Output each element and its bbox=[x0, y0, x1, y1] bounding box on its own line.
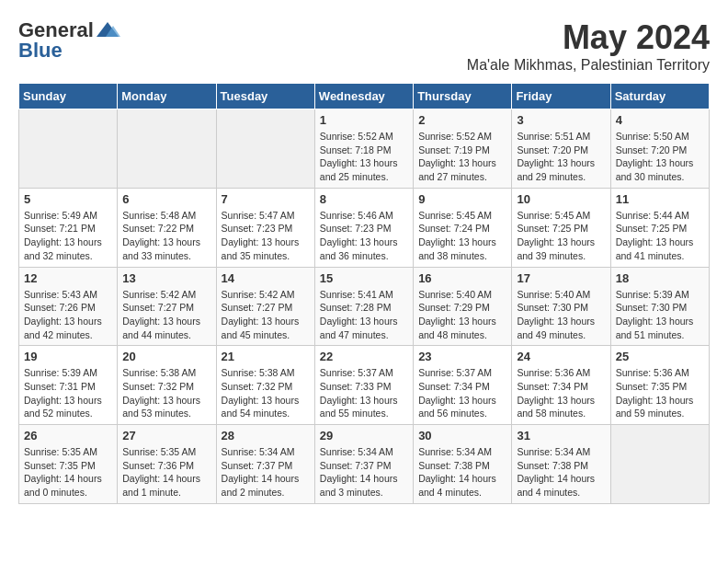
calendar-cell: 16Sunrise: 5:40 AMSunset: 7:29 PMDayligh… bbox=[414, 267, 512, 346]
calendar-cell: 12Sunrise: 5:43 AMSunset: 7:26 PMDayligh… bbox=[19, 267, 118, 346]
day-header-saturday: Saturday bbox=[610, 84, 709, 109]
calendar-cell: 26Sunrise: 5:35 AMSunset: 7:35 PMDayligh… bbox=[19, 425, 118, 504]
day-number: 19 bbox=[24, 350, 112, 363]
day-info: Sunrise: 5:37 AMSunset: 7:33 PMDaylight:… bbox=[320, 366, 408, 420]
calendar-cell: 2Sunrise: 5:52 AMSunset: 7:19 PMDaylight… bbox=[414, 109, 512, 189]
calendar-cell bbox=[118, 109, 216, 189]
day-info: Sunrise: 5:36 AMSunset: 7:34 PMDaylight:… bbox=[517, 366, 605, 420]
day-header-friday: Friday bbox=[512, 84, 610, 109]
day-info: Sunrise: 5:34 AMSunset: 7:37 PMDaylight:… bbox=[320, 445, 408, 500]
week-row-4: 19Sunrise: 5:39 AMSunset: 7:31 PMDayligh… bbox=[19, 346, 710, 425]
calendar-cell: 3Sunrise: 5:51 AMSunset: 7:20 PMDaylight… bbox=[512, 109, 610, 189]
day-number: 11 bbox=[616, 192, 704, 206]
day-number: 8 bbox=[320, 192, 408, 206]
day-info: Sunrise: 5:46 AMSunset: 7:23 PMDaylight:… bbox=[320, 209, 408, 263]
week-row-3: 12Sunrise: 5:43 AMSunset: 7:26 PMDayligh… bbox=[19, 267, 710, 346]
day-info: Sunrise: 5:49 AMSunset: 7:21 PMDaylight:… bbox=[24, 209, 112, 263]
day-header-thursday: Thursday bbox=[414, 84, 512, 109]
day-number: 27 bbox=[122, 429, 210, 442]
calendar-cell: 5Sunrise: 5:49 AMSunset: 7:21 PMDaylight… bbox=[19, 188, 118, 267]
day-number: 5 bbox=[24, 192, 112, 206]
calendar-cell bbox=[216, 109, 314, 189]
day-number: 3 bbox=[517, 113, 605, 127]
day-header-sunday: Sunday bbox=[19, 84, 118, 109]
calendar-cell: 8Sunrise: 5:46 AMSunset: 7:23 PMDaylight… bbox=[314, 188, 413, 267]
location-title: Ma'ale Mikhmas, Palestinian Territory bbox=[467, 57, 710, 74]
day-number: 21 bbox=[222, 350, 310, 363]
day-info: Sunrise: 5:51 AMSunset: 7:20 PMDaylight:… bbox=[517, 130, 605, 184]
calendar-cell: 11Sunrise: 5:44 AMSunset: 7:25 PMDayligh… bbox=[610, 188, 709, 267]
calendar-cell: 18Sunrise: 5:39 AMSunset: 7:30 PMDayligh… bbox=[610, 267, 709, 346]
logo-blue: Blue bbox=[18, 39, 63, 63]
day-number: 15 bbox=[320, 271, 408, 285]
day-info: Sunrise: 5:34 AMSunset: 7:38 PMDaylight:… bbox=[418, 445, 506, 500]
day-number: 10 bbox=[517, 192, 605, 206]
calendar-cell: 30Sunrise: 5:34 AMSunset: 7:38 PMDayligh… bbox=[414, 425, 512, 504]
day-number: 9 bbox=[418, 192, 506, 206]
day-number: 18 bbox=[616, 271, 704, 285]
calendar-cell: 22Sunrise: 5:37 AMSunset: 7:33 PMDayligh… bbox=[314, 346, 413, 425]
day-info: Sunrise: 5:52 AMSunset: 7:18 PMDaylight:… bbox=[320, 130, 408, 184]
calendar-cell: 9Sunrise: 5:45 AMSunset: 7:24 PMDaylight… bbox=[414, 188, 512, 267]
day-number: 13 bbox=[122, 271, 210, 285]
week-row-1: 1Sunrise: 5:52 AMSunset: 7:18 PMDaylight… bbox=[19, 109, 710, 189]
day-info: Sunrise: 5:45 AMSunset: 7:24 PMDaylight:… bbox=[418, 209, 506, 263]
day-header-monday: Monday bbox=[118, 84, 216, 109]
day-number: 16 bbox=[418, 271, 506, 285]
calendar-cell: 4Sunrise: 5:50 AMSunset: 7:20 PMDaylight… bbox=[610, 109, 709, 189]
day-info: Sunrise: 5:45 AMSunset: 7:25 PMDaylight:… bbox=[517, 209, 605, 263]
day-number: 14 bbox=[222, 271, 310, 285]
calendar-cell: 21Sunrise: 5:38 AMSunset: 7:32 PMDayligh… bbox=[216, 346, 314, 425]
day-number: 20 bbox=[122, 350, 210, 363]
calendar-cell: 28Sunrise: 5:34 AMSunset: 7:37 PMDayligh… bbox=[216, 425, 314, 504]
day-number: 4 bbox=[616, 113, 704, 127]
calendar-table: SundayMondayTuesdayWednesdayThursdayFrid… bbox=[18, 83, 710, 504]
day-info: Sunrise: 5:42 AMSunset: 7:27 PMDaylight:… bbox=[122, 288, 210, 342]
day-number: 23 bbox=[418, 350, 506, 363]
calendar-cell: 17Sunrise: 5:40 AMSunset: 7:30 PMDayligh… bbox=[512, 267, 610, 346]
day-number: 2 bbox=[418, 113, 506, 127]
day-info: Sunrise: 5:48 AMSunset: 7:22 PMDaylight:… bbox=[122, 209, 210, 263]
week-row-5: 26Sunrise: 5:35 AMSunset: 7:35 PMDayligh… bbox=[19, 425, 710, 504]
calendar-header-row: SundayMondayTuesdayWednesdayThursdayFrid… bbox=[19, 84, 710, 109]
day-info: Sunrise: 5:34 AMSunset: 7:38 PMDaylight:… bbox=[517, 445, 605, 500]
calendar-cell: 10Sunrise: 5:45 AMSunset: 7:25 PMDayligh… bbox=[512, 188, 610, 267]
calendar-cell: 7Sunrise: 5:47 AMSunset: 7:23 PMDaylight… bbox=[216, 188, 314, 267]
day-info: Sunrise: 5:43 AMSunset: 7:26 PMDaylight:… bbox=[24, 288, 112, 342]
day-header-tuesday: Tuesday bbox=[216, 84, 314, 109]
day-info: Sunrise: 5:35 AMSunset: 7:35 PMDaylight:… bbox=[24, 445, 112, 500]
day-number: 30 bbox=[418, 429, 506, 442]
calendar-cell: 25Sunrise: 5:36 AMSunset: 7:35 PMDayligh… bbox=[610, 346, 709, 425]
day-info: Sunrise: 5:38 AMSunset: 7:32 PMDaylight:… bbox=[222, 366, 310, 420]
day-info: Sunrise: 5:38 AMSunset: 7:32 PMDaylight:… bbox=[122, 366, 210, 420]
day-number: 31 bbox=[517, 429, 605, 442]
day-info: Sunrise: 5:34 AMSunset: 7:37 PMDaylight:… bbox=[222, 445, 310, 500]
day-info: Sunrise: 5:50 AMSunset: 7:20 PMDaylight:… bbox=[616, 130, 704, 184]
month-title: May 2024 bbox=[467, 18, 710, 57]
calendar-body: 1Sunrise: 5:52 AMSunset: 7:18 PMDaylight… bbox=[19, 109, 710, 504]
calendar-cell: 20Sunrise: 5:38 AMSunset: 7:32 PMDayligh… bbox=[118, 346, 216, 425]
day-info: Sunrise: 5:44 AMSunset: 7:25 PMDaylight:… bbox=[616, 209, 704, 263]
calendar-cell: 19Sunrise: 5:39 AMSunset: 7:31 PMDayligh… bbox=[19, 346, 118, 425]
day-number: 26 bbox=[24, 429, 112, 442]
day-info: Sunrise: 5:40 AMSunset: 7:29 PMDaylight:… bbox=[418, 288, 506, 342]
day-info: Sunrise: 5:42 AMSunset: 7:27 PMDaylight:… bbox=[222, 288, 310, 342]
calendar-cell: 14Sunrise: 5:42 AMSunset: 7:27 PMDayligh… bbox=[216, 267, 314, 346]
day-info: Sunrise: 5:35 AMSunset: 7:36 PMDaylight:… bbox=[122, 445, 210, 500]
day-info: Sunrise: 5:41 AMSunset: 7:28 PMDaylight:… bbox=[320, 288, 408, 342]
day-info: Sunrise: 5:39 AMSunset: 7:31 PMDaylight:… bbox=[24, 366, 112, 420]
title-section: May 2024 Ma'ale Mikhmas, Palestinian Ter… bbox=[467, 18, 710, 74]
day-number: 6 bbox=[122, 192, 210, 206]
calendar-cell: 13Sunrise: 5:42 AMSunset: 7:27 PMDayligh… bbox=[118, 267, 216, 346]
day-header-wednesday: Wednesday bbox=[314, 84, 413, 109]
calendar-cell: 15Sunrise: 5:41 AMSunset: 7:28 PMDayligh… bbox=[314, 267, 413, 346]
calendar-cell bbox=[19, 109, 118, 189]
day-info: Sunrise: 5:37 AMSunset: 7:34 PMDaylight:… bbox=[418, 366, 506, 420]
day-info: Sunrise: 5:39 AMSunset: 7:30 PMDaylight:… bbox=[616, 288, 704, 342]
calendar-cell: 6Sunrise: 5:48 AMSunset: 7:22 PMDaylight… bbox=[118, 188, 216, 267]
logo-icon bbox=[95, 20, 120, 40]
day-number: 22 bbox=[320, 350, 408, 363]
day-number: 28 bbox=[222, 429, 310, 442]
calendar-cell: 1Sunrise: 5:52 AMSunset: 7:18 PMDaylight… bbox=[314, 109, 413, 189]
day-number: 7 bbox=[222, 192, 310, 206]
